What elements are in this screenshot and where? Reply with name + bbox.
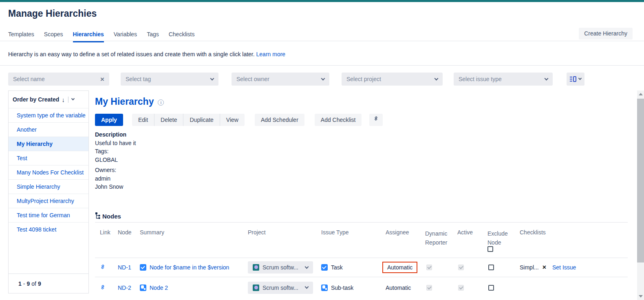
hierarchy-tree-icon <box>95 212 100 220</box>
active-checkbox[interactable] <box>458 285 464 291</box>
checklist-cell: Simpl...× <box>520 264 546 271</box>
order-by-control[interactable]: Order by Created ↓ <box>9 91 88 108</box>
tags-label: Tags: <box>95 147 136 156</box>
copy-link-button[interactable] <box>369 114 383 126</box>
sidebar-spacer <box>9 236 88 274</box>
checklist-name: Simpl... <box>520 264 539 271</box>
dynamic-reporter-checkbox[interactable] <box>426 265 432 270</box>
exclude-all-checkbox[interactable] <box>487 246 493 252</box>
hierarchy-list-item[interactable]: Test <box>9 151 88 165</box>
hierarchy-list-item[interactable]: Simple Hierarchy <box>9 179 88 194</box>
apply-button[interactable]: Apply <box>95 114 123 126</box>
info-icon[interactable]: i <box>158 99 164 106</box>
issue-type-cell[interactable]: Sub-task <box>321 285 353 291</box>
tags-value: GLOBAL <box>95 156 136 164</box>
scrollbar-thumb[interactable] <box>637 99 644 262</box>
owner-value: John Snow <box>95 183 136 191</box>
edit-button[interactable]: Edit <box>132 114 154 126</box>
owners-label: Owners: <box>95 166 136 174</box>
page-end: 9 <box>26 280 30 287</box>
page-total: 9 <box>38 280 41 287</box>
select-project-dropdown[interactable]: Select project <box>342 73 443 86</box>
clear-name-icon[interactable]: × <box>100 76 104 83</box>
sort-desc-icon[interactable]: ↓ <box>62 96 65 103</box>
task-icon <box>321 264 328 271</box>
col-issue-type: Issue Type <box>321 229 348 236</box>
view-columns-button[interactable] <box>567 73 584 86</box>
issue-type-cell[interactable]: Task <box>321 264 343 271</box>
order-by-label: Order by Created <box>13 96 59 103</box>
hierarchy-detail-header: My Hierarchy i <box>95 96 164 107</box>
col-dynamic-reporter: Dynamic Reporter <box>425 229 454 247</box>
hierarchy-list-item[interactable]: Many Nodes For Checklist <box>9 165 88 179</box>
col-summary: Summary <box>140 229 164 236</box>
node-summary: Node for $name in the $version <box>140 264 229 271</box>
col-assignee: Assignee <box>386 229 409 236</box>
issue-type-value: Task <box>331 264 343 271</box>
col-checklists: Checklists <box>520 229 546 236</box>
task-icon <box>140 264 146 271</box>
view-button[interactable]: View <box>220 114 245 126</box>
delete-button[interactable]: Delete <box>154 114 183 126</box>
hierarchy-list-item[interactable]: Another <box>9 122 88 137</box>
node-summary: Node 2 <box>140 285 168 291</box>
pagination: 1 - 9 of 9 <box>9 274 88 293</box>
chevron-down-icon <box>305 285 309 289</box>
description-label: Description <box>95 130 136 139</box>
assignee-value[interactable]: Automatic <box>386 285 411 291</box>
vertical-scrollbar[interactable] <box>637 90 644 300</box>
dynamic-reporter-checkbox[interactable] <box>426 285 432 291</box>
hierarchy-list-item-selected[interactable]: My Hierarchy <box>9 137 88 151</box>
create-hierarchy-button[interactable]: Create Hierarchy <box>579 28 633 40</box>
nodes-divider <box>95 222 628 223</box>
hierarchy-list-item[interactable]: System type of the variable <box>9 108 88 122</box>
node-summary-link[interactable]: Node 2 <box>150 285 168 291</box>
chevron-down-icon[interactable] <box>71 97 75 100</box>
node-summary-link[interactable]: Node for $name in the $version <box>150 264 229 271</box>
manage-hierarchies-app: Manage Hierarchies Templates Scopes Hier… <box>0 0 644 300</box>
project-select[interactable]: Scrum softw... <box>248 282 313 294</box>
col-project: Project <box>248 229 266 236</box>
add-scheduler-button[interactable]: Add Scheduler <box>255 114 304 126</box>
add-checklist-button[interactable]: Add Checklist <box>315 114 362 126</box>
remove-checklist-icon[interactable]: × <box>543 264 546 271</box>
col-link: Link <box>100 229 110 236</box>
project-avatar-icon <box>253 285 259 291</box>
chevron-down-icon <box>321 76 325 80</box>
hierarchy-title: My Hierarchy <box>95 96 154 107</box>
select-name-input[interactable]: Select name × <box>8 73 109 86</box>
col-active: Active <box>457 229 473 236</box>
select-tag-dropdown[interactable]: Select tag <box>121 73 218 86</box>
assignee-value-highlighted[interactable]: Automatic <box>382 262 417 273</box>
node-row-nd1: ND-1 Node for $name in the $version Scru… <box>95 258 628 277</box>
page-of: of <box>31 280 36 287</box>
hierarchy-list-item[interactable]: Test 4098 ticket <box>9 222 88 236</box>
chevron-down-icon <box>434 76 439 80</box>
description-block: Description Useful to have it Tags: GLOB… <box>95 130 136 191</box>
node-key-link[interactable]: ND-2 <box>118 285 131 291</box>
exclude-node-checkbox[interactable] <box>488 265 494 270</box>
select-owner-dropdown[interactable]: Select owner <box>232 73 329 86</box>
link-icon[interactable] <box>99 283 106 292</box>
exclude-node-checkbox[interactable] <box>488 285 494 291</box>
hierarchy-list-item[interactable]: MultyProject Hierarchy <box>9 194 88 208</box>
learn-more-link[interactable]: Learn more <box>256 51 286 57</box>
nodes-section-header: Nodes <box>95 212 121 220</box>
node-key-link[interactable]: ND-1 <box>118 264 131 271</box>
scroll-up-arrow-icon[interactable] <box>639 93 643 95</box>
project-avatar-icon <box>253 264 259 271</box>
scroll-down-arrow-icon[interactable] <box>639 295 643 298</box>
duplicate-button[interactable]: Duplicate <box>183 114 219 126</box>
link-icon[interactable] <box>99 263 106 272</box>
select-owner-placeholder: Select owner <box>236 76 269 82</box>
node-row-nd2: ND-2 Node 2 Scrum softw... Sub-task Auto… <box>95 278 628 298</box>
divider <box>68 97 68 103</box>
hierarchy-list-item[interactable]: Test time for German <box>9 208 88 222</box>
select-issue-type-dropdown[interactable]: Select issue type <box>454 73 553 86</box>
select-name-placeholder: Select name <box>13 76 45 82</box>
owner-value: admin <box>95 174 136 183</box>
project-select[interactable]: Scrum softw... <box>248 261 313 274</box>
active-checkbox[interactable] <box>458 265 464 270</box>
project-select-value: Scrum softw... <box>262 285 302 291</box>
set-issue-link[interactable]: Set Issue <box>552 264 576 271</box>
